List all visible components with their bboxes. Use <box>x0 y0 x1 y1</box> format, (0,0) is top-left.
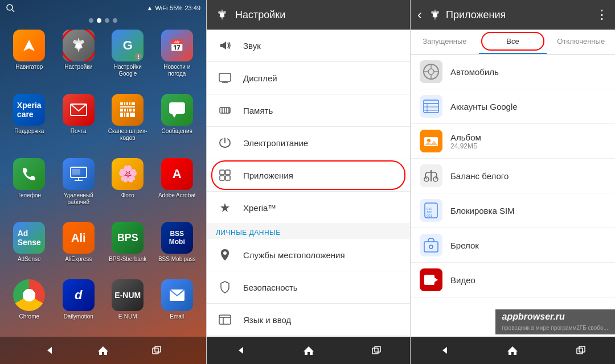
apps-header-icon <box>429 9 441 21</box>
app-daily[interactable]: d Dailymotion <box>56 279 101 332</box>
list-item-auto[interactable]: Автомобиль <box>411 55 615 89</box>
memory-label: Память <box>243 106 273 115</box>
settings-power[interactable]: Электропитание <box>207 127 410 159</box>
settings-location[interactable]: Службы местоположения <box>207 239 410 271</box>
back-button-settings[interactable] <box>232 341 250 359</box>
recents-button-settings[interactable] <box>367 341 386 359</box>
support-icon: Xperiacare <box>13 94 45 126</box>
settings-xperia[interactable]: Xperia™ <box>207 192 410 224</box>
app-scanner[interactable]: Сканер штрих-кодов <box>105 94 150 154</box>
app-photo[interactable]: 🌸 Фото <box>105 158 150 218</box>
list-item-balance[interactable]: Баланс белого <box>411 159 615 193</box>
svg-rect-12 <box>120 106 135 107</box>
app-chrome[interactable]: Chrome <box>7 279 52 332</box>
app-remote[interactable]: Удаленный рабочий <box>56 158 101 218</box>
apps-menu-button[interactable]: ⋮ <box>596 7 608 22</box>
video-name: Видео <box>450 275 475 285</box>
recents-button[interactable] <box>147 341 166 359</box>
apps-header: ‹ Приложения ⋮ <box>411 0 615 30</box>
svg-rect-9 <box>126 102 128 105</box>
svg-rect-18 <box>120 113 123 117</box>
album-name: Альбом <box>450 133 481 142</box>
svg-point-70 <box>427 139 430 142</box>
svg-marker-82 <box>434 278 438 282</box>
app-adsense[interactable]: AdSense AdSense <box>7 222 52 275</box>
keychain-name: Брелок <box>450 241 479 250</box>
app-support[interactable]: Xperiacare Поддержка <box>7 94 52 154</box>
album-icon <box>420 130 442 152</box>
svg-marker-23 <box>172 114 177 118</box>
svg-rect-11 <box>132 102 135 105</box>
app-enum[interactable]: E-NUM E-NUM <box>105 279 150 332</box>
tab-disabled[interactable]: Отключенные <box>547 30 615 54</box>
settings-security[interactable]: Безопасность <box>207 271 410 304</box>
svg-marker-83 <box>442 347 447 354</box>
back-button-apps[interactable] <box>436 341 454 359</box>
svg-rect-64 <box>424 100 438 113</box>
home-button-apps[interactable] <box>503 341 522 359</box>
svg-rect-25 <box>72 169 80 175</box>
app-google-settings[interactable]: G Настройки Google <box>105 30 150 89</box>
settings-language[interactable]: Язык и ввод <box>207 304 410 336</box>
app-news[interactable]: 📅 Новости и погода <box>155 30 200 89</box>
app-phone[interactable]: Телефон <box>7 158 52 218</box>
phone-icon <box>13 158 45 190</box>
gaccounts-name: Аккаунты Google <box>450 102 518 111</box>
chrome-icon <box>13 279 45 311</box>
xperia-icon <box>216 198 234 217</box>
list-item-gaccounts[interactable]: Аккаунты Google <box>411 89 615 124</box>
home-button-settings[interactable] <box>300 341 318 359</box>
bss-icon: BSSMobi <box>161 222 193 254</box>
app-email[interactable]: Email <box>155 279 200 332</box>
list-item-album[interactable]: Альбом 24,92МБ <box>411 124 615 159</box>
svg-line-1 <box>12 10 14 12</box>
language-label: Язык и ввод <box>243 315 291 325</box>
back-chevron[interactable]: ‹ <box>417 7 422 23</box>
svg-rect-43 <box>220 170 224 175</box>
settings-display[interactable]: Дисплей <box>207 62 410 94</box>
settings-icon <box>63 30 95 61</box>
back-button[interactable] <box>40 341 59 359</box>
remote-label: Удаленный рабочий <box>56 192 101 206</box>
scanner-icon <box>112 94 144 126</box>
apps-list: Автомобиль Аккаунты Google Альбом 24,92М… <box>411 55 615 337</box>
daily-icon: d <box>63 279 95 311</box>
email-label: Email <box>170 313 184 320</box>
tab-all[interactable]: Все <box>479 30 547 54</box>
tab-running[interactable]: Запущенные <box>411 30 479 54</box>
app-bss[interactable]: BSSMobi BSS Mobipass <box>155 222 200 275</box>
svg-marker-29 <box>47 347 52 354</box>
app-adobe[interactable]: A Adobe Acrobat <box>155 158 200 218</box>
location-label: Службы местоположения <box>243 250 345 260</box>
app-mail[interactable]: Почта <box>56 94 101 154</box>
app-sber[interactable]: BPS BPS-Sberbank <box>105 222 150 275</box>
home-button[interactable] <box>94 341 112 359</box>
app-settings[interactable]: Настройки <box>56 30 101 89</box>
list-item-keychain[interactable]: Брелок <box>411 228 615 263</box>
album-size: 24,92МБ <box>450 142 481 150</box>
recents-button-apps[interactable] <box>572 341 590 359</box>
list-item-sim[interactable]: 010100001 Блокировка SIM <box>411 193 615 228</box>
settings-memory[interactable]: Память <box>207 94 410 127</box>
list-item-video[interactable]: Видео <box>411 263 615 297</box>
status-bar-home: ▲ WiFi 55% 23:49 <box>0 0 206 16</box>
svg-rect-34 <box>219 73 231 81</box>
svg-rect-46 <box>226 176 230 180</box>
settings-apps[interactable]: Приложения <box>207 159 410 192</box>
svg-rect-55 <box>372 348 378 354</box>
app-ali[interactable]: Ali AliExpress <box>56 222 101 275</box>
dot-2 <box>97 18 101 23</box>
settings-header-icon <box>216 9 228 21</box>
settings-sound[interactable]: Звук <box>207 30 410 62</box>
email-icon <box>161 279 193 311</box>
messages-label: Сообщения <box>162 128 192 135</box>
app-navigator[interactable]: Навигатор <box>7 30 52 89</box>
svg-rect-13 <box>120 109 123 111</box>
app-messages[interactable]: Сообщения <box>155 94 200 154</box>
balance-name: Баланс белого <box>450 171 509 181</box>
xperia-label: Xperia™ <box>243 203 276 213</box>
sim-name: Блокировка SIM <box>450 206 515 216</box>
svg-rect-15 <box>127 109 128 111</box>
bss-label: BSS Mobipass <box>158 256 196 263</box>
svg-marker-47 <box>220 203 229 212</box>
